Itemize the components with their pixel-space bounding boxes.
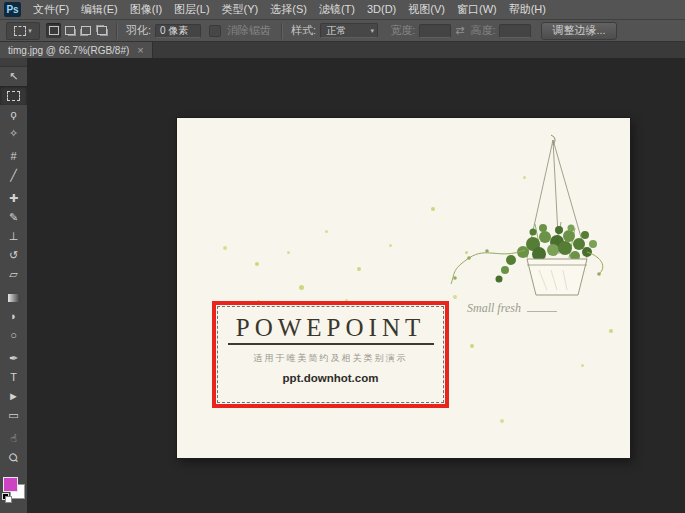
chevron-down-icon: ▾ — [28, 27, 32, 35]
document-tab[interactable]: timg.jpg @ 66.7%(RGB/8#) × — [0, 42, 153, 58]
default-colors-icon[interactable] — [2, 493, 9, 500]
clone-stamp-icon: ⊥ — [9, 231, 19, 242]
decorative-dot — [470, 344, 474, 348]
brush-tool-icon: ✎ — [9, 212, 18, 223]
shape-tool[interactable]: ▭ — [0, 406, 27, 425]
history-brush-icon: ↺ — [9, 250, 18, 261]
rectangular-marquee-icon — [7, 91, 20, 101]
decorative-dot — [500, 419, 504, 423]
brush-tool[interactable]: ✎ — [0, 208, 27, 227]
style-label: 样式: — [291, 23, 316, 38]
caption-dash-line — [527, 306, 557, 312]
tool-options-bar: ▾ 羽化: 0 像素 消除锯齿 样式: 正常 ▾ 宽度: ⇄ 高度: 调整边缘.… — [0, 20, 685, 42]
panel-grip[interactable] — [0, 58, 27, 67]
chevron-down-icon: ▾ — [371, 27, 375, 35]
clone-stamp-tool[interactable]: ⊥ — [0, 227, 27, 246]
crop-tool[interactable]: # — [0, 147, 27, 166]
menu-item-3d[interactable]: 3D(D) — [361, 0, 402, 19]
slide-text-block: POWEPOINT 适用于唯美简约及相关类别演示 ppt.downhot.com — [216, 305, 445, 384]
move-tool-icon: ↖ — [9, 71, 18, 82]
rectangular-marquee-tool[interactable] — [0, 86, 27, 105]
red-highlight-rectangle: POWEPOINT 适用于唯美简约及相关类别演示 ppt.downhot.com — [212, 301, 449, 408]
style-dropdown[interactable]: 正常 ▾ — [320, 23, 378, 38]
document-tab-title: timg.jpg @ 66.7%(RGB/8#) — [8, 45, 129, 56]
new-selection-button[interactable] — [46, 23, 61, 38]
tool-preset-picker[interactable]: ▾ — [6, 22, 40, 40]
eraser-tool[interactable]: ▱ — [0, 265, 27, 284]
intersect-selection-button[interactable] — [94, 23, 109, 38]
healing-brush-icon: ✚ — [9, 193, 18, 204]
hand-tool[interactable]: ☝ — [0, 429, 27, 448]
style-value: 正常 — [326, 24, 346, 38]
eyedropper-tool[interactable]: ╱ — [0, 166, 27, 185]
separator — [116, 23, 118, 39]
pen-tool[interactable]: ✒ — [0, 349, 27, 368]
zoom-tool[interactable]: Ϙ — [0, 448, 27, 467]
separator — [281, 23, 283, 39]
title-underline — [228, 343, 434, 345]
decorative-dot — [299, 285, 304, 290]
slide-url: ppt.downhot.com — [216, 372, 445, 384]
path-selection-icon: ► — [8, 391, 19, 402]
subtract-from-selection-button[interactable] — [78, 23, 93, 38]
menu-item-layer[interactable]: 图层(L) — [168, 0, 215, 19]
menu-item-filter[interactable]: 滤镜(T) — [313, 0, 361, 19]
menu-item-select[interactable]: 选择(S) — [264, 0, 313, 19]
menu-item-view[interactable]: 视图(V) — [402, 0, 451, 19]
quick-selection-tool[interactable]: ✧ — [0, 124, 27, 143]
history-brush-tool[interactable]: ↺ — [0, 246, 27, 265]
subtract-from-selection-icon — [81, 26, 91, 35]
zoom-tool-icon: Ϙ — [7, 451, 21, 465]
slide-title: POWEPOINT — [216, 314, 445, 342]
document-tab-bar: timg.jpg @ 66.7%(RGB/8#) × — [0, 42, 685, 58]
color-swatches — [0, 471, 27, 501]
healing-brush-tool[interactable]: ✚ — [0, 189, 27, 208]
decorative-dot — [431, 207, 435, 211]
close-icon[interactable]: × — [137, 45, 143, 55]
menu-item-help[interactable]: 帮助(H) — [503, 0, 552, 19]
decorative-dot — [223, 246, 227, 250]
gradient-tool[interactable] — [0, 288, 27, 307]
crop-tool-icon: # — [10, 151, 16, 162]
width-input[interactable] — [419, 24, 451, 38]
feather-input[interactable]: 0 像素 — [155, 24, 201, 38]
slide-caption: Small fresh — [467, 301, 557, 316]
lasso-tool-icon: ϙ — [10, 109, 16, 120]
shape-tool-icon: ▭ — [8, 410, 18, 421]
path-selection-tool[interactable]: ► — [0, 387, 27, 406]
menu-item-window[interactable]: 窗口(W) — [451, 0, 503, 19]
document-canvas[interactable]: Small fresh POWEPOINT 适用于唯美简约及相关类别演示 ppt… — [177, 118, 630, 458]
foreground-color-swatch[interactable] — [3, 477, 18, 492]
type-tool[interactable]: T — [0, 368, 27, 387]
decorative-dot — [287, 251, 290, 254]
height-input[interactable] — [499, 24, 531, 38]
move-tool[interactable]: ↖ — [0, 67, 27, 86]
menu-bar: Ps 文件(F) 编辑(E) 图像(I) 图层(L) 类型(Y) 选择(S) 滤… — [0, 0, 685, 20]
blur-tool[interactable]: ◗ — [0, 307, 27, 326]
decorative-dot — [255, 262, 259, 266]
menu-item-file[interactable]: 文件(F) — [27, 0, 75, 19]
decorative-dot — [389, 244, 392, 247]
menu-item-edit[interactable]: 编辑(E) — [75, 0, 124, 19]
swap-dimensions-icon[interactable]: ⇄ — [455, 24, 464, 37]
photoshop-logo: Ps — [4, 2, 21, 17]
hanging-plant-illustration — [447, 132, 622, 307]
hand-tool-icon: ☝ — [10, 433, 17, 444]
menu-item-type[interactable]: 类型(Y) — [216, 0, 265, 19]
antialias-label: 消除锯齿 — [227, 23, 271, 38]
refine-edge-button[interactable]: 调整边缘... — [541, 22, 616, 40]
slide-caption-text: Small fresh — [467, 301, 521, 316]
decorative-dot — [357, 267, 361, 271]
menu-item-image[interactable]: 图像(I) — [124, 0, 168, 19]
eyedropper-icon: ╱ — [10, 170, 17, 181]
decorative-dot — [581, 364, 584, 367]
antialias-checkbox[interactable] — [209, 25, 221, 37]
height-label: 高度: — [470, 23, 495, 38]
slide-subtitle: 适用于唯美简约及相关类别演示 — [216, 352, 445, 365]
width-label: 宽度: — [390, 23, 415, 38]
dodge-tool[interactable]: ○ — [0, 326, 27, 345]
lasso-tool[interactable]: ϙ — [0, 105, 27, 124]
add-to-selection-button[interactable] — [62, 23, 77, 38]
add-to-selection-icon — [65, 26, 75, 35]
decorative-dot — [609, 329, 613, 333]
